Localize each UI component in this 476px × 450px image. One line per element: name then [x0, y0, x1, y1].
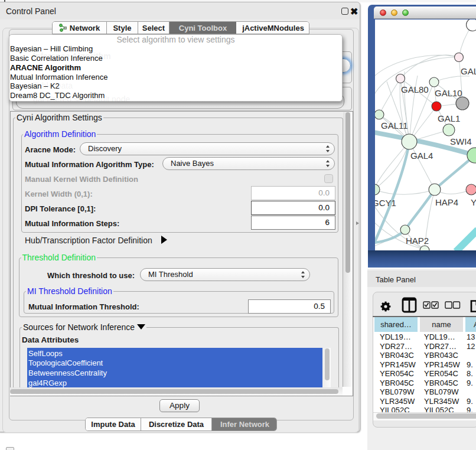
svg-text:GCY1: GCY1 [375, 198, 396, 208]
svg-text:GAL4: GAL4 [410, 151, 433, 161]
svg-text:GAL11: GAL11 [381, 120, 408, 131]
svg-text:SWI4: SWI4 [450, 136, 472, 146]
svg-text:GAL10: GAL10 [435, 88, 462, 98]
svg-text:Y: Y [471, 197, 476, 207]
svg-text:GAL7: GAL7 [461, 66, 476, 76]
svg-text:HAP4: HAP4 [435, 197, 458, 207]
svg-text:GAL80: GAL80 [401, 84, 429, 94]
svg-text:GAL1: GAL1 [438, 113, 460, 123]
svg-text:HAP2: HAP2 [406, 236, 429, 246]
